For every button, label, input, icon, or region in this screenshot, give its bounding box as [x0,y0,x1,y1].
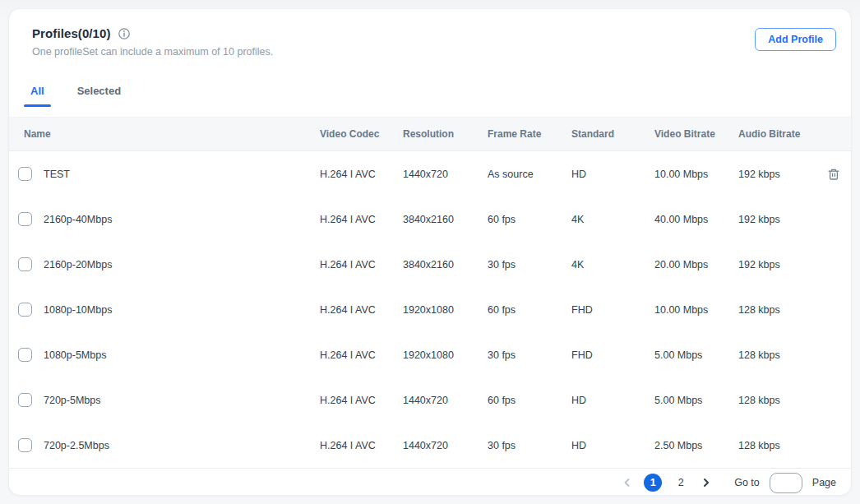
standard-value: 4K [571,214,654,225]
goto-page-input[interactable] [770,473,802,493]
table-header: Name Video Codec Resolution Frame Rate S… [9,117,851,151]
standard-value: HD [571,440,654,451]
audio-bitrate-value: 192 kbps [738,259,821,270]
row-checkbox[interactable] [18,438,32,452]
video-bitrate-value: 20.00 Mbps [654,259,738,270]
column-header-resolution: Resolution [403,128,488,140]
frame-rate-value: 30 fps [488,259,571,270]
panel-header: Profiles(0/10) [32,26,131,40]
audio-bitrate-value: 128 kbps [738,349,821,361]
video-codec-value: H.264 I AVC [320,395,403,406]
page-label: Page [812,477,836,488]
profile-name: TEST [44,169,70,180]
video-bitrate-value: 40.00 Mbps [654,214,738,225]
row-checkbox[interactable] [18,393,32,407]
page-title: Profiles(0/10) [32,26,111,40]
profile-name: 2160p-20Mbps [44,259,112,270]
profile-name: 1080p-5Mbps [44,349,106,361]
resolution-value: 1920x1080 [403,304,488,316]
row-checkbox[interactable] [18,348,32,362]
frame-rate-value: 60 fps [488,395,571,406]
resolution-value: 3840x2160 [403,214,488,225]
page-button-2[interactable]: 2 [672,474,690,492]
row-checkbox[interactable] [18,257,32,271]
column-header-audio-bitrate: Audio Bitrate [738,128,821,140]
video-bitrate-value: 5.00 Mbps [654,349,738,361]
standard-value: HD [571,395,654,406]
chevron-left-icon[interactable] [621,476,634,489]
video-codec-value: H.264 I AVC [320,259,403,270]
video-codec-value: H.264 I AVC [320,169,403,180]
add-profile-button[interactable]: Add Profile [755,28,836,51]
page-button-1[interactable]: 1 [644,474,662,492]
resolution-value: 3840x2160 [403,259,488,270]
video-codec-value: H.264 I AVC [320,214,403,225]
page-background: { "header": { "title": "Profiles(0/10)",… [0,0,860,504]
delete-profile-button[interactable] [826,167,841,182]
resolution-value: 1440x720 [403,169,488,180]
video-bitrate-value: 2.50 Mbps [654,440,738,451]
profiles-panel: Profiles(0/10) One profileSet can includ… [8,8,852,496]
goto-label: Go to [734,477,760,488]
column-header-video-codec: Video Codec [320,128,403,140]
profile-name: 1080p-10Mbps [44,304,112,316]
audio-bitrate-value: 128 kbps [738,304,821,316]
tab-selected[interactable]: Selected [71,81,127,107]
column-header-frame-rate: Frame Rate [488,128,571,140]
profile-name: 2160p-40Mbps [44,214,112,225]
resolution-value: 1440x720 [403,440,488,451]
table-row: 720p-2.5Mbps H.264 I AVC 1440x720 30 fps… [9,423,851,468]
column-header-video-bitrate: Video Bitrate [654,128,738,140]
table-row: 1080p-5Mbps H.264 I AVC 1920x1080 30 fps… [9,332,851,377]
audio-bitrate-value: 192 kbps [738,214,821,225]
profile-name: 720p-2.5Mbps [44,440,109,451]
frame-rate-value: As source [488,169,571,180]
frame-rate-value: 60 fps [488,304,571,316]
table-row: TEST H.264 I AVC 1440x720 As source HD 1… [9,151,851,197]
audio-bitrate-value: 128 kbps [738,395,821,406]
audio-bitrate-value: 128 kbps [738,440,821,451]
video-bitrate-value: 5.00 Mbps [654,395,738,406]
resolution-value: 1920x1080 [403,349,488,361]
audio-bitrate-value: 192 kbps [738,169,821,180]
table-row: 1080p-10Mbps H.264 I AVC 1920x1080 60 fp… [9,287,851,332]
pagination-bar: 1 2 Go to Page [9,468,851,496]
chevron-right-icon[interactable] [700,476,713,489]
table-row: 2160p-20Mbps H.264 I AVC 3840x2160 30 fp… [9,242,851,287]
video-codec-value: H.264 I AVC [320,440,403,451]
standard-value: HD [571,169,654,180]
frame-rate-value: 30 fps [488,349,571,361]
table-body: TEST H.264 I AVC 1440x720 As source HD 1… [9,151,851,468]
video-bitrate-value: 10.00 Mbps [654,169,738,180]
column-header-name: Name [24,128,320,140]
tab-bar: All Selected [24,81,147,107]
panel-subtitle: One profileSet can include a maximum of … [32,46,273,58]
table-row: 2160p-40Mbps H.264 I AVC 3840x2160 60 fp… [9,197,851,242]
video-codec-value: H.264 I AVC [320,349,403,361]
column-header-standard: Standard [571,128,654,140]
table-row: 720p-5Mbps H.264 I AVC 1440x720 60 fps H… [9,377,851,423]
info-icon[interactable] [118,27,131,40]
profile-name: 720p-5Mbps [44,395,101,406]
standard-value: 4K [571,259,654,270]
standard-value: FHD [571,349,654,361]
tab-all[interactable]: All [24,81,51,107]
frame-rate-value: 30 fps [488,440,571,451]
video-codec-value: H.264 I AVC [320,304,403,316]
standard-value: FHD [571,304,654,316]
row-checkbox[interactable] [18,303,32,317]
video-bitrate-value: 10.00 Mbps [654,304,738,316]
resolution-value: 1440x720 [403,395,488,406]
row-checkbox[interactable] [18,212,32,226]
frame-rate-value: 60 fps [488,214,571,225]
row-checkbox[interactable] [18,167,32,181]
